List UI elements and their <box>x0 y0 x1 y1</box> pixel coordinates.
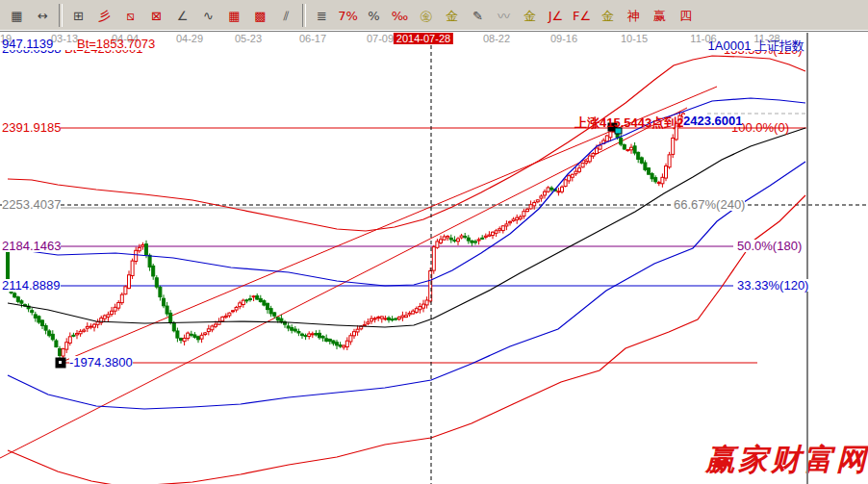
percent-label-50: 50.0%(180) <box>737 240 802 252</box>
price-level-label-left: 2253.4037 <box>2 198 61 211</box>
clipped-quote-row: 2008.0558 Bt=2423.6001 <box>2 50 243 56</box>
clipped-bt-value: Bt=2423.6001 <box>64 50 142 56</box>
price-level-label-left: 2184.1463 <box>2 240 61 252</box>
trend-line-upper <box>0 108 687 458</box>
target-annotation: 2423.6001 <box>683 115 742 127</box>
percent-label-66: 66.67%(240) <box>674 198 745 211</box>
chart-canvas[interactable]: 赢家财富网 947.1139 Bt=1853.7073 2008.0558 Bt… <box>0 0 868 484</box>
quote-bt-value: Bt=1853.7073 <box>77 38 155 50</box>
selected-date-tick: 2014-07-28 <box>394 33 453 44</box>
percent-label-33: 33.33%(120) <box>737 279 808 292</box>
trend-origin-handle-dot <box>59 361 62 364</box>
clipped-percent-label: 133.33%(120) <box>724 51 815 57</box>
price-level-label-left: 2114.8889 <box>2 279 61 292</box>
clipped-quote-value: 2008.0558 <box>2 50 61 56</box>
quote-value-blue: 947.1139 <box>2 38 53 50</box>
clipped-percent-text: 133.33%(120) <box>724 51 815 56</box>
watermark: 赢家财富网 <box>703 442 868 476</box>
lower-band-red <box>8 195 805 484</box>
middle-ma-black <box>8 128 805 327</box>
price-level-label-left: 2391.9185 <box>2 121 61 134</box>
price-level-label-left: -1974.3800 <box>69 356 133 369</box>
